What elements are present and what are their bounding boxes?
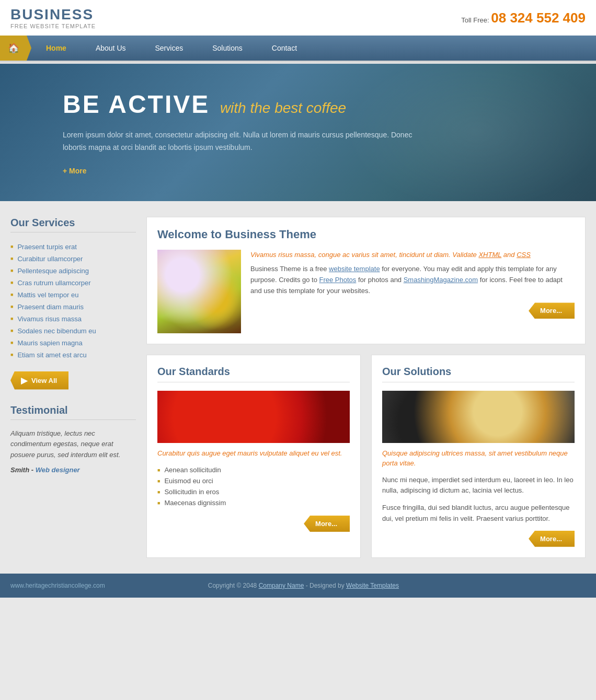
solutions-more-button[interactable]: More...	[529, 531, 575, 547]
solutions-image	[382, 391, 575, 443]
hero-title-main: BE ACTIVE	[63, 90, 210, 118]
hero-banner: BE ACTIVE with the best coffee Lorem ips…	[0, 64, 596, 201]
website-template-link[interactable]: website template	[329, 265, 380, 273]
welcome-text: Vivamus risus massa, congue ac varius si…	[250, 250, 575, 333]
welcome-section: Welcome to Business Theme Vivamus risus …	[146, 217, 586, 344]
solutions-more: More...	[382, 531, 575, 547]
standards-image	[157, 391, 350, 443]
welcome-more-btn: More...	[250, 302, 575, 319]
list-item: Mauris sapien magna	[10, 337, 136, 349]
service-link-3[interactable]: Pellentesque adipiscing	[17, 267, 89, 275]
hero-title-sub: with the best coffee	[220, 100, 346, 116]
arrow-icon: ▶	[21, 376, 27, 386]
toll-free-block: Toll Free: 08 324 552 409	[461, 10, 586, 26]
main-content: Our Services Praesent turpis erat Curabi…	[0, 201, 596, 574]
service-link-10[interactable]: Etiam sit amet est arcu	[17, 351, 86, 359]
service-list: Praesent turpis erat Curabitur ullamcorp…	[10, 241, 136, 361]
list-item: Sodales nec bibendum eu	[10, 325, 136, 337]
toll-free-number: 08 324 552 409	[491, 10, 586, 26]
welcome-italic: Vivamus risus massa, congue ac varius si…	[250, 250, 575, 260]
testimonial-title: Testimonial	[10, 404, 136, 420]
solutions-image-inner	[382, 391, 575, 443]
welcome-image-inner	[157, 250, 241, 333]
welcome-image	[157, 250, 241, 333]
bottom-row: Our Standards Curabitur quis augue eget …	[146, 355, 586, 558]
navigation: 🏠 Home About Us Services Solutions Conta…	[0, 36, 596, 61]
list-item: Aenean sollicitudin	[157, 464, 350, 475]
view-all-button[interactable]: ▶ View All	[10, 371, 68, 390]
list-item: Sollicitudin in eros	[157, 486, 350, 497]
service-link-5[interactable]: Mattis vel tempor eu	[17, 291, 78, 299]
list-item: Maecenas dignissim	[157, 497, 350, 508]
list-item: Vivamus risus massa	[10, 313, 136, 325]
testimonial-section: Testimonial Aliquam tristique, lectus ne…	[10, 404, 136, 474]
page-footer: www.heritagechristiancollege.com Copyrig…	[0, 574, 596, 598]
solutions-body-2: Fusce fringilla, dui sed blandit luctus,…	[382, 503, 575, 524]
css-link[interactable]: CSS	[517, 251, 531, 259]
nav-item-solutions[interactable]: Solutions	[198, 36, 257, 61]
service-link-4[interactable]: Cras rutrum ullamcorper	[17, 279, 90, 287]
footer-url[interactable]: www.heritagechristiancollege.com	[10, 582, 105, 589]
smashing-link[interactable]: SmashingMagazine.com	[404, 276, 478, 284]
site-title: BUSINESS	[10, 6, 96, 23]
hero-title-line: BE ACTIVE with the best coffee	[63, 90, 544, 119]
templates-link[interactable]: Website Templates	[346, 582, 399, 589]
list-item: Curabitur ullamcorper	[10, 253, 136, 265]
standards-image-inner	[157, 391, 350, 443]
service-link-1[interactable]: Praesent turpis erat	[17, 243, 76, 251]
service-link-8[interactable]: Sodales nec bibendum eu	[17, 327, 96, 335]
content-area: Welcome to Business Theme Vivamus risus …	[146, 217, 586, 558]
standards-section: Our Standards Curabitur quis augue eget …	[146, 355, 361, 558]
solutions-italic: Quisque adipiscing ultrices massa, sit a…	[382, 448, 575, 469]
standards-more: More...	[157, 516, 350, 532]
welcome-body: Business Theme is a free website templat…	[250, 264, 575, 296]
nav-item-services[interactable]: Services	[141, 36, 198, 61]
service-link-7[interactable]: Vivamus risus massa	[17, 315, 82, 323]
testimonial-author: Smith - Web designer	[10, 466, 136, 474]
hero-description: Lorem ipsum dolor sit amet, consectetur …	[63, 129, 429, 154]
solutions-title: Our Solutions	[382, 366, 575, 382]
site-title-block: BUSINESS FREE WEBSITE TEMPLATE	[10, 6, 96, 29]
nav-item-about[interactable]: About Us	[81, 36, 141, 61]
welcome-more-button[interactable]: More...	[529, 302, 575, 319]
service-link-9[interactable]: Mauris sapien magna	[17, 339, 82, 347]
services-section-title: Our Services	[10, 217, 136, 232]
sidebar: Our Services Praesent turpis erat Curabi…	[10, 217, 136, 558]
testimonial-author-link[interactable]: Web designer	[36, 466, 80, 474]
home-nav-icon[interactable]: 🏠	[0, 36, 31, 61]
hero-more-link[interactable]: + More	[63, 167, 87, 175]
company-link[interactable]: Company Name	[259, 582, 304, 589]
nav-item-home[interactable]: Home	[31, 36, 81, 61]
standards-more-button[interactable]: More...	[304, 516, 350, 532]
welcome-title: Welcome to Business Theme	[157, 228, 575, 241]
nav-item-contact[interactable]: Contact	[257, 36, 312, 61]
standards-title: Our Standards	[157, 366, 350, 382]
free-photos-link[interactable]: Free Photos	[319, 276, 357, 284]
list-item: Praesent diam mauris	[10, 301, 136, 313]
standards-list: Aenean sollicitudin Euismod eu orci Soll…	[157, 464, 350, 508]
list-item: Euismod eu orci	[157, 475, 350, 486]
list-item: Mattis vel tempor eu	[10, 289, 136, 301]
footer-copyright: Copyright © 2048 Company Name - Designed…	[105, 582, 502, 589]
page-header: BUSINESS FREE WEBSITE TEMPLATE Toll Free…	[0, 0, 596, 36]
list-item: Cras rutrum ullamcorper	[10, 277, 136, 289]
solutions-body-1: Nunc mi neque, imperdiet sed interdum eu…	[382, 475, 575, 497]
standards-italic: Curabitur quis augue eget mauris vulputa…	[157, 448, 350, 459]
xhtml-link[interactable]: XHTML	[478, 251, 501, 259]
site-subtitle: FREE WEBSITE TEMPLATE	[10, 23, 96, 29]
service-link-2[interactable]: Curabitur ullamcorper	[17, 255, 83, 263]
list-item: Pellentesque adipiscing	[10, 265, 136, 277]
home-icon: 🏠	[8, 42, 19, 54]
testimonial-text: Aliquam tristique, lectus nec condimentu…	[10, 428, 136, 461]
toll-free-label: Toll Free:	[461, 16, 489, 24]
solutions-section: Our Solutions Quisque adipiscing ultrice…	[371, 355, 586, 558]
list-item: Etiam sit amet est arcu	[10, 349, 136, 361]
service-link-6[interactable]: Praesent diam mauris	[17, 303, 83, 311]
welcome-inner: Vivamus risus massa, congue ac varius si…	[157, 250, 575, 333]
list-item: Praesent turpis erat	[10, 241, 136, 253]
